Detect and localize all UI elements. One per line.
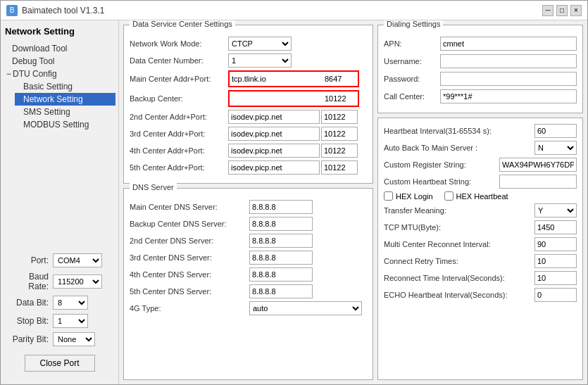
baud-label: Baud Rate: xyxy=(6,272,49,291)
backup-dns-input[interactable] xyxy=(249,217,313,231)
dns2-input[interactable] xyxy=(249,234,313,248)
title-bar: B Baimatech tool V1.3.1 ─ □ × xyxy=(1,1,587,20)
app-title: Baimatech tool V1.3.1 xyxy=(22,6,104,15)
hex-heartbeat-item: HEX Heartbeat xyxy=(444,191,508,201)
dtu-config-label: DTU Config xyxy=(13,69,57,79)
center-4-label: 4th Center Addr+Port: xyxy=(130,146,228,155)
fourG-type-select[interactable]: auto xyxy=(249,301,362,315)
custom-register-input[interactable] xyxy=(499,158,577,172)
callcenter-input[interactable] xyxy=(440,89,577,103)
tcp-mtu-input[interactable] xyxy=(534,220,577,234)
connect-retry-input[interactable] xyxy=(534,254,577,268)
parity-row: Parity Bit: None xyxy=(6,332,113,346)
data-center-number-select[interactable]: 1 xyxy=(228,53,292,68)
backup-center-highlight xyxy=(228,90,359,107)
sidebar-item-debug-tool[interactable]: Debug Tool xyxy=(4,55,115,68)
dns5-row: 5th Center DNS Server: xyxy=(130,284,367,298)
center-row-4: 4th Center Addr+Port: xyxy=(130,144,367,158)
main-dns-row: Main Center DNS Server: xyxy=(130,200,367,214)
parity-select[interactable]: None xyxy=(53,332,95,346)
center-row-3: 3rd Center Addr+Port: xyxy=(130,127,367,141)
echo-heartbeat-row: ECHO Heartbeat Interval(Seconds): xyxy=(384,288,577,302)
hex-heartbeat-checkbox[interactable] xyxy=(444,191,453,201)
dns4-row: 4th Center DNS Server: xyxy=(130,267,367,282)
username-input[interactable] xyxy=(440,54,577,68)
close-port-button[interactable]: Close Port xyxy=(25,355,95,372)
transfer-meaning-select[interactable]: Y xyxy=(534,203,577,217)
maximize-button[interactable]: □ xyxy=(556,5,568,16)
dns3-input[interactable] xyxy=(249,251,313,265)
stopbit-select[interactable]: 1 xyxy=(53,314,88,328)
center-4-addr-input[interactable] xyxy=(228,144,320,158)
auto-back-row: Auto Back To Main Server : N xyxy=(384,141,577,155)
center-4-port-input[interactable] xyxy=(321,144,358,158)
parity-label: Parity Bit: xyxy=(6,334,49,344)
network-work-mode-select[interactable]: CTCP xyxy=(228,37,292,51)
main-center-highlight xyxy=(228,70,359,87)
center-3-addr-input[interactable] xyxy=(228,127,320,141)
dns-server-box: DNS Server Main Center DNS Server: Backu… xyxy=(123,188,373,380)
backup-center-addr-input[interactable] xyxy=(230,91,321,106)
data-center-number-label: Data Center Number: xyxy=(130,56,228,65)
auto-back-label: Auto Back To Main Server : xyxy=(384,144,534,152)
multi-center-input[interactable] xyxy=(534,237,577,251)
dns2-row: 2nd Center DNS Server: xyxy=(130,234,367,248)
fourG-type-row: 4G Type: auto xyxy=(130,301,367,315)
port-row: Port: COM4 xyxy=(6,253,113,267)
main-center-port-input[interactable] xyxy=(323,72,358,86)
minimize-button[interactable]: ─ xyxy=(542,5,553,16)
app-icon: B xyxy=(6,5,18,16)
auto-back-select[interactable]: N xyxy=(534,141,577,155)
echo-heartbeat-input[interactable] xyxy=(534,288,577,302)
sidebar-item-sms-setting[interactable]: SMS Setting xyxy=(15,106,115,118)
password-input[interactable] xyxy=(440,72,577,86)
sidebar-item-dtu-config[interactable]: − DTU Config xyxy=(4,68,115,80)
custom-heartbeat-label: Custom Heartbeat String: xyxy=(384,177,499,186)
databit-select[interactable]: 8 xyxy=(53,296,88,310)
network-work-mode-row: Network Work Mode: CTCP xyxy=(130,37,367,51)
hex-login-item: HEX Login xyxy=(384,191,433,201)
dns-server-title: DNS Server xyxy=(130,183,177,191)
main-dns-input[interactable] xyxy=(249,200,313,214)
left-settings: Data Service Center Settings Network Wor… xyxy=(123,25,373,380)
password-label: Password: xyxy=(384,75,440,83)
center-5-port-input[interactable] xyxy=(321,160,358,175)
custom-heartbeat-row: Custom Heartbeat String: xyxy=(384,175,577,189)
minus-icon: − xyxy=(6,69,11,79)
heartbeat-interval-input[interactable] xyxy=(534,124,577,138)
backup-center-label: Backup Center: xyxy=(130,94,228,103)
custom-heartbeat-input[interactable] xyxy=(499,175,577,189)
connect-retry-label: Connect Retry Times: xyxy=(384,257,534,265)
hex-checkboxes-row: HEX Login HEX Heartbeat xyxy=(384,191,577,201)
sidebar-item-download-tool[interactable]: Download Tool xyxy=(4,42,115,55)
hex-login-checkbox[interactable] xyxy=(384,191,393,201)
sidebar-item-modbus-setting[interactable]: MODBUS Setting xyxy=(15,118,115,131)
backup-center-port-input[interactable] xyxy=(323,91,358,106)
center-3-port-input[interactable] xyxy=(321,127,358,141)
heartbeat-interval-row: Heartbeat Interval(31-65534 s): xyxy=(384,124,577,138)
title-bar-left: B Baimatech tool V1.3.1 xyxy=(6,5,104,16)
reconnect-input[interactable] xyxy=(534,271,577,285)
password-row: Password: xyxy=(384,72,577,86)
dns5-input[interactable] xyxy=(249,284,313,298)
dialing-box: Dialing Settings APN: Username: Password… xyxy=(377,25,583,113)
network-work-mode-label: Network Work Mode: xyxy=(130,39,228,48)
center-2-port-input[interactable] xyxy=(321,110,358,124)
heartbeat-interval-label: Heartbeat Interval(31-65534 s): xyxy=(384,127,534,135)
close-button[interactable]: × xyxy=(570,5,582,16)
center-2-addr-input[interactable] xyxy=(228,110,320,124)
right-panel: Data Service Center Settings Network Wor… xyxy=(119,20,587,384)
baud-select[interactable]: 115200 xyxy=(53,274,102,289)
transfer-meaning-row: Transfer Meaning: Y xyxy=(384,203,577,217)
sidebar-item-network-setting[interactable]: Network Setting xyxy=(15,93,115,106)
port-select[interactable]: COM4 xyxy=(53,253,102,267)
sidebar-item-basic-setting[interactable]: Basic Setting xyxy=(15,80,115,93)
center-5-addr-input[interactable] xyxy=(228,160,320,175)
connect-retry-row: Connect Retry Times: xyxy=(384,254,577,268)
apn-input[interactable] xyxy=(440,37,577,51)
main-center-addr-input[interactable] xyxy=(230,72,321,86)
dns4-input[interactable] xyxy=(249,267,313,282)
transfer-meaning-label: Transfer Meaning: xyxy=(384,206,534,215)
panel-title: Network Setting xyxy=(4,23,115,42)
backup-dns-label: Backup Center DNS Server: xyxy=(130,220,249,228)
